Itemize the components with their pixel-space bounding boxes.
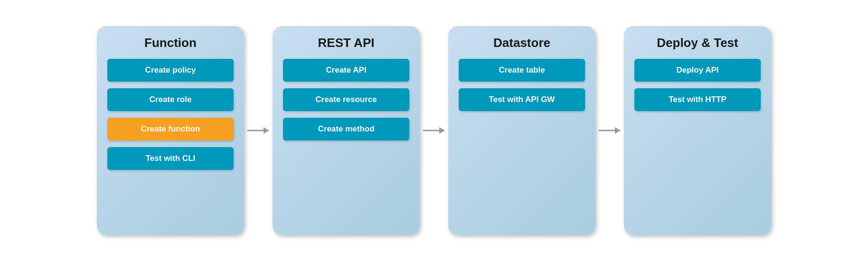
item-create-method[interactable]: Create method (283, 118, 409, 140)
workflow-diagram: FunctionCreate policyCreate roleCreate f… (0, 0, 868, 261)
panel-items-function: Create policyCreate roleCreate functionT… (107, 59, 234, 170)
panel-title-rest-api: REST API (318, 36, 375, 50)
panel-title-function: Function (144, 36, 197, 50)
item-create-function[interactable]: Create function (107, 118, 234, 140)
panel-function: FunctionCreate policyCreate roleCreate f… (97, 26, 244, 235)
panel-datastore: DatastoreCreate tableTest with API GW (448, 26, 595, 235)
item-create-policy[interactable]: Create policy (107, 59, 234, 82)
item-test-with-cli[interactable]: Test with CLI (107, 147, 234, 170)
arrow-0 (244, 121, 273, 140)
svg-marker-5 (615, 127, 621, 134)
svg-marker-3 (439, 127, 445, 134)
item-test-with-api-gw[interactable]: Test with API GW (459, 88, 585, 111)
arrow-2 (595, 121, 624, 140)
item-create-table[interactable]: Create table (459, 59, 585, 82)
panel-rest-api: REST APICreate APICreate resourceCreate … (273, 26, 420, 235)
panel-deploy-test: Deploy & TestDeploy APITest with HTTP (624, 26, 771, 235)
arrow-1 (420, 121, 448, 140)
panel-items-deploy-test: Deploy APITest with HTTP (634, 59, 761, 111)
panel-title-datastore: Datastore (493, 36, 550, 50)
panel-items-datastore: Create tableTest with API GW (459, 59, 585, 111)
item-deploy-api[interactable]: Deploy API (634, 59, 761, 82)
panel-title-deploy-test: Deploy & Test (657, 36, 738, 50)
item-create-api[interactable]: Create API (283, 59, 409, 82)
item-create-role[interactable]: Create role (107, 88, 234, 111)
panel-items-rest-api: Create APICreate resourceCreate method (283, 59, 409, 140)
item-test-with-http[interactable]: Test with HTTP (634, 88, 761, 111)
item-create-resource[interactable]: Create resource (283, 88, 409, 111)
svg-marker-1 (264, 127, 269, 134)
